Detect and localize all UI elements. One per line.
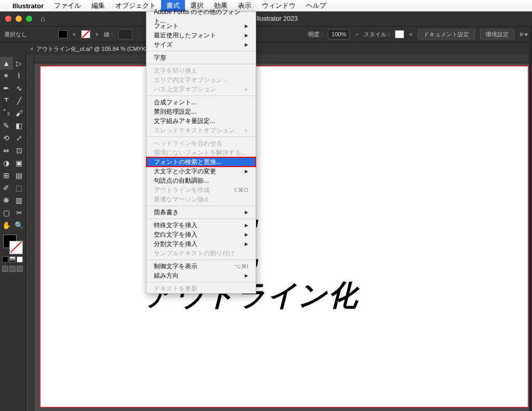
stroke-swatch[interactable] bbox=[81, 30, 90, 38]
menu-item-label: 環境にないフォントを解決する... bbox=[154, 148, 246, 157]
menu-item-label: 特殊文字を挿入 bbox=[154, 221, 197, 230]
zoom-tool[interactable]: 🔍 bbox=[13, 219, 26, 231]
scale-tool[interactable]: ⤢ bbox=[13, 132, 26, 144]
right-panel-edge[interactable] bbox=[529, 26, 532, 411]
menu-item[interactable]: 組み方向▶ bbox=[147, 271, 256, 280]
hand-tool[interactable]: ✋ bbox=[0, 219, 13, 231]
menu-item-label: 字形 bbox=[154, 53, 166, 62]
shape-builder-tool[interactable]: ◑ bbox=[0, 157, 13, 169]
color-mode-icon[interactable] bbox=[2, 256, 8, 263]
curvature-tool[interactable]: ∿ bbox=[13, 82, 26, 94]
pen-tool[interactable]: ✒ bbox=[0, 82, 13, 94]
eraser-tool[interactable]: ◧ bbox=[13, 119, 26, 132]
menu-item: 文字を切り換え bbox=[147, 66, 256, 75]
mesh-tool[interactable]: ⊞ bbox=[0, 169, 13, 182]
menu-separator bbox=[147, 259, 256, 260]
graph-tool[interactable]: ▥ bbox=[13, 194, 26, 207]
menu-item-label: サンプルテキストの割り付け bbox=[154, 249, 235, 258]
none-mode-icon[interactable] bbox=[17, 256, 23, 263]
document-setup-button[interactable]: ドキュメント設定 bbox=[418, 29, 475, 39]
eyedropper-tool[interactable]: ✐ bbox=[0, 182, 13, 194]
artboard[interactable]: ライン化 ライン化 アウトライン化 bbox=[41, 66, 528, 407]
window-titlebar: ⌂ Adobe Illustrator 2023 bbox=[0, 11, 532, 26]
close-tab-icon[interactable]: × bbox=[30, 46, 33, 52]
minimize-icon[interactable] bbox=[16, 16, 22, 22]
paintbrush-tool[interactable]: 🖌 bbox=[13, 107, 26, 119]
submenu-arrow-icon: ▶ bbox=[245, 223, 248, 228]
gradient-mode-icon[interactable] bbox=[9, 256, 16, 263]
canvas-area[interactable]: ライン化 ライン化 アウトライン化 bbox=[26, 55, 532, 411]
menu-item[interactable]: サイズ▶ bbox=[147, 40, 256, 49]
submenu-arrow-icon: ▶ bbox=[245, 33, 248, 38]
menu-help[interactable]: ヘルプ bbox=[301, 0, 331, 11]
maximize-icon[interactable] bbox=[26, 16, 32, 22]
type-menu-dropdown: Adobe Fonts のその他のフォント...フォント▶最近使用したフォント▶… bbox=[146, 11, 256, 294]
shaper-tool[interactable]: ✎ bbox=[0, 119, 13, 132]
ruler-vertical[interactable] bbox=[26, 55, 34, 411]
stroke-color[interactable] bbox=[9, 241, 23, 254]
expand-panel-icon[interactable]: ▸ bbox=[2, 102, 7, 117]
gradient-tool[interactable]: ▤ bbox=[13, 169, 26, 182]
blend-tool[interactable]: ⬚ bbox=[13, 182, 26, 194]
menu-item[interactable]: 文字組みアキ量設定... bbox=[147, 116, 256, 126]
menu-item[interactable]: 箇条書き▶ bbox=[147, 208, 256, 217]
rotate-tool[interactable]: ⟲ bbox=[0, 132, 13, 144]
menu-item-label: フォントの検索と置換... bbox=[154, 158, 221, 167]
submenu-arrow-icon: ▶ bbox=[245, 23, 248, 29]
menu-item-label: フォント bbox=[154, 22, 179, 31]
menu-item: スレッドテキストオプション▶ bbox=[147, 126, 256, 135]
ruler-horizontal[interactable] bbox=[34, 55, 532, 63]
menu-item: サンプルテキストの割り付け bbox=[147, 249, 256, 258]
menu-item: アウトラインを作成⇧⌘O bbox=[147, 185, 256, 195]
draw-normal-icon[interactable] bbox=[2, 266, 8, 272]
document-tab[interactable]: アウトライン化_ol.ai* @ 105.84 % (CMYK/プレ bbox=[36, 45, 158, 53]
menu-item-label: サイズ bbox=[154, 40, 172, 49]
align-icon[interactable]: ⊫▾ bbox=[520, 31, 528, 38]
opacity-field[interactable]: 100% bbox=[328, 29, 350, 39]
menu-item-label: 分割文字を挿入 bbox=[154, 240, 197, 249]
magic-wand-tool[interactable]: ✴ bbox=[0, 70, 13, 82]
submenu-arrow-icon: ▶ bbox=[245, 42, 248, 47]
menu-item: パス上文字オプション▶ bbox=[147, 85, 256, 94]
menu-item[interactable]: 禁則処理設定... bbox=[147, 107, 256, 116]
menu-item[interactable]: 字形 bbox=[147, 53, 256, 62]
menu-window[interactable]: ウィンドウ bbox=[257, 0, 301, 11]
menu-file[interactable]: ファイル bbox=[49, 0, 86, 11]
menu-shortcut: ⇧⌘O bbox=[233, 187, 248, 194]
menu-item[interactable]: 句読点の自動調節... bbox=[147, 176, 256, 185]
fill-swatch[interactable] bbox=[58, 30, 68, 38]
menu-item[interactable]: 制御文字を表示⌥⌘I bbox=[147, 262, 256, 271]
selection-status: 選択なし bbox=[4, 31, 27, 38]
fill-stroke-control[interactable] bbox=[0, 235, 25, 253]
app-name[interactable]: Illustrator bbox=[7, 2, 49, 10]
menu-item-label: アウトラインを作成 bbox=[154, 186, 210, 195]
lasso-tool[interactable]: ⌇ bbox=[13, 70, 26, 82]
selection-tool[interactable]: ▲ bbox=[0, 57, 13, 70]
free-transform-tool[interactable]: ⊡ bbox=[13, 144, 26, 157]
perspective-tool[interactable]: ▣ bbox=[13, 157, 26, 169]
line-tool[interactable]: ╱ bbox=[13, 94, 26, 107]
menu-item[interactable]: 特殊文字を挿入▶ bbox=[147, 221, 256, 230]
preferences-button[interactable]: 環境設定 bbox=[480, 29, 514, 39]
submenu-arrow-icon: ▶ bbox=[245, 169, 248, 174]
menu-item-label: スレッドテキストオプション bbox=[154, 126, 235, 135]
close-icon[interactable] bbox=[5, 16, 11, 22]
direct-selection-tool[interactable]: ▷ bbox=[13, 57, 26, 70]
menu-item[interactable]: フォントの検索と置換... bbox=[147, 157, 256, 167]
draw-inside-icon[interactable] bbox=[17, 266, 23, 272]
menu-item[interactable]: 合成フォント... bbox=[147, 98, 256, 107]
menu-item[interactable]: 空白文字を挿入▶ bbox=[147, 230, 256, 239]
home-icon[interactable]: ⌂ bbox=[41, 15, 45, 23]
style-swatch[interactable] bbox=[395, 30, 404, 38]
slice-tool[interactable]: ✂ bbox=[13, 207, 26, 219]
menu-item[interactable]: 分割文字を挿入▶ bbox=[147, 239, 256, 249]
menu-edit[interactable]: 編集 bbox=[86, 0, 110, 11]
width-tool[interactable]: ⇔ bbox=[0, 144, 13, 157]
menu-item[interactable]: 大文字と小文字の変更▶ bbox=[147, 167, 256, 176]
stroke-weight-field[interactable] bbox=[118, 29, 132, 39]
symbol-sprayer-tool[interactable]: ❋ bbox=[0, 194, 13, 207]
artboard-tool[interactable]: ▢ bbox=[0, 207, 13, 219]
menu-item[interactable]: Adobe Fonts のその他のフォント... bbox=[147, 12, 256, 21]
menu-item[interactable]: 最近使用したフォント▶ bbox=[147, 31, 256, 40]
draw-behind-icon[interactable] bbox=[9, 266, 16, 272]
